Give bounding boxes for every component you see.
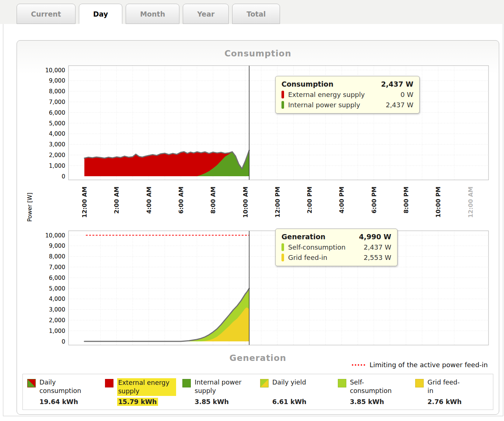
legend-value: 3.85 kWh <box>195 398 252 406</box>
self-consumption-bar-icon <box>281 243 284 251</box>
tooltip-row-value: 2,553 W <box>364 254 391 261</box>
tooltip-row-internal-supply: Internal power supply 2,437 W <box>281 101 413 109</box>
x-tick-label: 8:00 PM <box>403 187 410 213</box>
tooltip-row-value: 2,437 W <box>364 243 391 251</box>
legend-external-energy-supply: External energy supply 15.79 kWh <box>103 377 181 406</box>
generation-tooltip: Generation 4,990 W Self-consumption 2,43… <box>275 229 398 266</box>
legend-value: 19.64 kWh <box>39 398 87 406</box>
daily-yield-swatch-icon <box>260 379 269 387</box>
x-tick-label: 6:00 PM <box>371 187 378 213</box>
limit-line-sample-icon <box>352 364 365 366</box>
x-tick-label: 6:00 AM <box>178 187 185 214</box>
tab-month[interactable]: Month <box>126 4 179 24</box>
generation-chart[interactable]: 01,0002,0003,0004,0005,0006,0007,0008,00… <box>17 227 499 349</box>
legend-self-consumption: Self-consumption 3.85 kWh <box>336 377 413 406</box>
legend-bar: Daily consumption 19.64 kWh External ene… <box>22 374 493 410</box>
tooltip-row-label: Grid feed-in <box>288 254 364 261</box>
y-tick-label: 10,000 <box>45 232 65 239</box>
internal-supply-bar-icon <box>281 101 284 109</box>
x-tick-label: 2:00 PM <box>306 187 313 213</box>
tab-day[interactable]: Day <box>79 4 122 24</box>
main-container: Consumption 01,0002,0003,0004,0005,0006,… <box>3 24 503 416</box>
limit-note: Limiting of the active power feed-in <box>352 361 488 369</box>
tab-total[interactable]: Total <box>232 4 280 24</box>
generation-tooltip-total: 4,990 W <box>359 233 391 241</box>
energy-balance-panel: Consumption 01,0002,0003,0004,0005,0006,… <box>17 40 499 415</box>
tooltip-row-label: Self-consumption <box>288 243 364 251</box>
y-tick-label: 6,000 <box>49 275 65 281</box>
generation-title-row: Generation Limiting of the active power … <box>17 350 499 371</box>
legend-daily-yield: Daily yield 6.61 kWh <box>258 377 336 406</box>
x-tick-label: 10:00 PM <box>435 187 442 218</box>
y-tick-label: 5,000 <box>49 285 65 292</box>
y-tick-label: 0 <box>62 173 65 180</box>
legend-label: Daily consumption <box>39 378 87 395</box>
tooltip-row-label: Internal power supply <box>288 101 386 109</box>
tooltip-row-self-consumption: Self-consumption 2,437 W <box>281 243 391 251</box>
legend-label: External energy supply <box>117 378 176 396</box>
y-tick-label: 2,000 <box>49 317 65 324</box>
x-tick-label: 12:00 AM <box>467 187 474 218</box>
y-tick-label: 8,000 <box>49 88 65 95</box>
y-tick-label: 0 <box>62 338 65 345</box>
legend-value: 2.76 kWh <box>427 398 465 406</box>
consumption-tooltip-title: Consumption <box>281 80 333 88</box>
tooltip-row-grid-feed-in: Grid feed-in 2,553 W <box>281 254 391 261</box>
self-consumption-swatch-icon <box>338 379 346 387</box>
internal-supply-swatch-icon <box>182 379 191 387</box>
y-tick-label: 5,000 <box>49 120 65 127</box>
tooltip-row-value: 2,437 W <box>386 101 413 109</box>
y-tick-label: 4,000 <box>49 131 65 137</box>
consumption-tooltip: Consumption 2,437 W External energy supp… <box>275 76 420 114</box>
time-axis: 12:00 AM2:00 AM4:00 AM6:00 AM8:00 AM10:0… <box>17 184 499 227</box>
tooltip-row-external-supply: External energy supply 0 W <box>281 91 413 98</box>
y-tick-label: 10,000 <box>45 67 65 74</box>
legend-value: 3.85 kWh <box>350 398 394 406</box>
limit-note-label: Limiting of the active power feed-in <box>370 361 488 369</box>
period-tab-bar: Current Day Month Year Total <box>0 0 504 24</box>
y-tick-label: 3,000 <box>49 141 65 148</box>
legend-daily-consumption: Daily consumption 19.64 kWh <box>25 377 103 406</box>
x-tick-label: 4:00 AM <box>146 187 153 214</box>
legend-label: Grid feed-in <box>427 378 465 395</box>
y-tick-label: 3,000 <box>49 306 65 313</box>
x-tick-label: 10:00 AM <box>242 187 249 218</box>
consumption-tooltip-total: 2,437 W <box>381 80 413 88</box>
legend-internal-power-supply: Internal power supply 3.85 kWh <box>180 377 258 406</box>
daily-consumption-swatch-icon <box>27 379 36 387</box>
tooltip-row-value: 0 W <box>400 91 413 98</box>
y-tick-label: 4,000 <box>49 296 65 302</box>
y-tick-label: 6,000 <box>49 109 65 116</box>
generation-tooltip-title: Generation <box>281 233 325 241</box>
consumption-chart-title: Consumption <box>17 49 499 58</box>
tooltip-row-label: External energy supply <box>288 91 400 98</box>
y-tick-label: 9,000 <box>49 243 65 249</box>
y-tick-label: 1,000 <box>49 328 65 334</box>
legend-label: Daily yield <box>272 378 307 387</box>
legend-value: 15.79 kWh <box>117 398 158 406</box>
legend-grid-feed-in: Grid feed-in 2.76 kWh <box>413 377 491 406</box>
consumption-chart-area: 01,0002,0003,0004,0005,0006,0007,0008,00… <box>17 62 499 184</box>
x-tick-label: 2:00 AM <box>113 187 120 214</box>
tab-current[interactable]: Current <box>17 4 76 24</box>
grid-feed-in-bar-icon <box>281 254 284 261</box>
y-tick-label: 8,000 <box>49 253 65 260</box>
external-supply-bar-icon <box>281 91 284 98</box>
y-tick-label: 7,000 <box>49 99 65 105</box>
legend-label: Internal power supply <box>195 378 252 395</box>
power-axis-label: Power [W] <box>27 192 33 222</box>
x-tick-label: 8:00 AM <box>210 187 217 214</box>
y-tick-label: 7,000 <box>49 264 65 271</box>
y-tick-label: 1,000 <box>49 163 65 169</box>
y-tick-label: 2,000 <box>49 152 65 159</box>
x-tick-label: 4:00 PM <box>338 187 345 213</box>
legend-label: Self-consumption <box>350 378 394 395</box>
tab-year[interactable]: Year <box>183 4 229 24</box>
grid-feed-in-swatch-icon <box>415 379 424 387</box>
consumption-chart[interactable]: 01,0002,0003,0004,0005,0006,0007,0008,00… <box>17 62 499 184</box>
y-tick-label: 9,000 <box>49 77 65 84</box>
generation-chart-area: 01,0002,0003,0004,0005,0006,0007,0008,00… <box>17 227 499 349</box>
x-tick-label: 12:00 PM <box>274 187 281 218</box>
x-tick-label: 12:00 AM <box>81 187 88 218</box>
legend-value: 6.61 kWh <box>272 398 307 406</box>
